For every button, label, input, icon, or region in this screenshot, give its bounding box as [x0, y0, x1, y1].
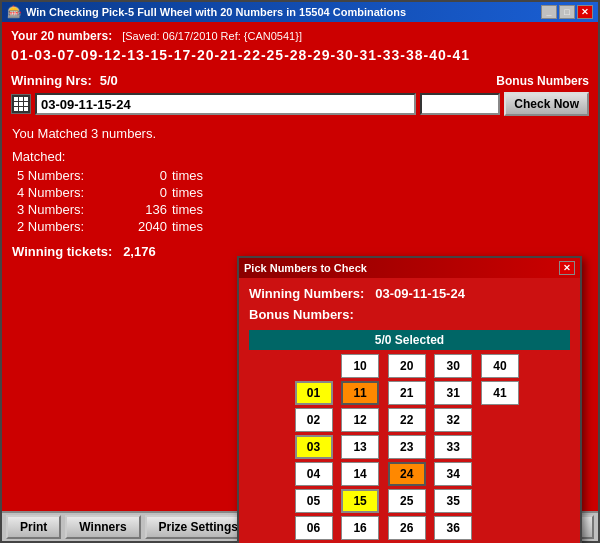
number-cell	[481, 408, 519, 432]
number-cell[interactable]: 24	[388, 462, 426, 486]
number-cell[interactable]: 13	[341, 435, 379, 459]
number-cell[interactable]: 33	[434, 435, 472, 459]
result-label: 3 Numbers:	[17, 202, 117, 217]
winning-numbers-input[interactable]	[35, 93, 416, 115]
dialog-bonus-line: Bonus Numbers:	[249, 307, 570, 322]
results-panel: You Matched 3 numbers. Matched: 5 Number…	[7, 121, 237, 264]
number-cell[interactable]: 41	[481, 381, 519, 405]
bonus-numbers-input[interactable]	[420, 93, 500, 115]
number-cell[interactable]: 30	[434, 354, 472, 378]
number-cell	[481, 516, 519, 540]
result-row: 2 Numbers:2040times	[17, 219, 232, 234]
number-cell[interactable]: 05	[295, 489, 333, 513]
dialog-close-button[interactable]: ✕	[559, 261, 575, 275]
result-row: 4 Numbers:0times	[17, 185, 232, 200]
result-unit: times	[172, 219, 203, 234]
result-row: 5 Numbers:0times	[17, 168, 232, 183]
result-label: 2 Numbers:	[17, 219, 117, 234]
your-numbers-label: Your 20 numbers:	[11, 29, 112, 43]
prize-settings-button[interactable]: Prize Settings	[145, 515, 252, 539]
minimize-button[interactable]: _	[541, 5, 557, 19]
number-cell[interactable]: 31	[434, 381, 472, 405]
numbers-line: 01-03-07-09-12-13-15-17-20-21-22-25-28-2…	[7, 45, 593, 65]
number-cell	[481, 462, 519, 486]
result-value: 2040	[117, 219, 167, 234]
main-window: 🎰 Win Checking Pick-5 Full Wheel with 20…	[0, 0, 600, 543]
number-cell[interactable]: 23	[388, 435, 426, 459]
your-numbers-bar: Your 20 numbers: [Saved: 06/17/2010 Ref:…	[7, 27, 593, 45]
title-controls: _ □ ✕	[541, 5, 593, 19]
result-unit: times	[172, 185, 203, 200]
selected-count: 5/0 Selected	[249, 330, 570, 350]
grid-icon-button[interactable]	[11, 94, 31, 114]
number-cell[interactable]: 01	[295, 381, 333, 405]
result-value: 136	[117, 202, 167, 217]
winning-tickets-value: 2,176	[123, 244, 156, 259]
number-cell[interactable]: 35	[434, 489, 472, 513]
dialog-winning-label: Winning Numbers:	[249, 286, 364, 301]
matched-line: You Matched 3 numbers.	[12, 126, 232, 141]
winning-row: Winning Nrs: 5/0 Bonus Numbers	[7, 73, 593, 88]
result-value: 0	[117, 168, 167, 183]
number-cell[interactable]: 02	[295, 408, 333, 432]
window-title: Win Checking Pick-5 Full Wheel with 20 N…	[26, 6, 406, 18]
title-bar-left: 🎰 Win Checking Pick-5 Full Wheel with 20…	[7, 5, 406, 19]
winning-nrs-value: 5/0	[100, 73, 118, 88]
main-area: You Matched 3 numbers. Matched: 5 Number…	[7, 121, 593, 264]
matched-label: Matched:	[12, 149, 232, 164]
main-content: Your 20 numbers: [Saved: 06/17/2010 Ref:…	[2, 22, 598, 511]
number-cell[interactable]: 36	[434, 516, 472, 540]
number-cell[interactable]: 04	[295, 462, 333, 486]
result-row: 3 Numbers:136times	[17, 202, 232, 217]
winning-tickets-row: Winning tickets: 2,176	[12, 244, 232, 259]
result-unit: times	[172, 168, 203, 183]
close-button[interactable]: ✕	[577, 5, 593, 19]
winners-button[interactable]: Winners	[65, 515, 140, 539]
number-cell[interactable]: 10	[341, 354, 379, 378]
winning-nrs-label: Winning Nrs:	[11, 73, 92, 88]
maximize-button[interactable]: □	[559, 5, 575, 19]
number-grid: 1020304001112131410212223203132333041424…	[295, 354, 525, 543]
main-area-wrapper: You Matched 3 numbers. Matched: 5 Number…	[7, 116, 593, 506]
title-bar: 🎰 Win Checking Pick-5 Full Wheel with 20…	[2, 2, 598, 22]
dialog-title-label: Pick Numbers to Check	[244, 262, 367, 274]
print-button[interactable]: Print	[6, 515, 61, 539]
result-unit: times	[172, 202, 203, 217]
winning-tickets-label: Winning tickets:	[12, 244, 112, 259]
dialog-body: Winning Numbers: 03-09-11-15-24 Bonus Nu…	[239, 278, 580, 543]
number-cell[interactable]: 12	[341, 408, 379, 432]
dialog-winning-line: Winning Numbers: 03-09-11-15-24	[249, 286, 570, 301]
number-cell	[295, 354, 333, 378]
check-now-button[interactable]: Check Now	[504, 92, 589, 116]
number-cell[interactable]: 14	[341, 462, 379, 486]
number-cell[interactable]: 22	[388, 408, 426, 432]
number-cell[interactable]: 40	[481, 354, 519, 378]
number-cell[interactable]: 03	[295, 435, 333, 459]
number-cell[interactable]: 21	[388, 381, 426, 405]
app-icon: 🎰	[7, 5, 22, 19]
number-cell[interactable]: 26	[388, 516, 426, 540]
number-cell	[481, 435, 519, 459]
saved-ref: [Saved: 06/17/2010 Ref: {CAN0541}]	[122, 30, 302, 42]
input-row: Check Now	[7, 92, 593, 116]
pick-numbers-dialog: Pick Numbers to Check ✕ Winning Numbers:…	[237, 256, 582, 543]
dialog-winning-value: 03-09-11-15-24	[375, 286, 465, 301]
number-cell	[481, 489, 519, 513]
result-label: 5 Numbers:	[17, 168, 117, 183]
result-value: 0	[117, 185, 167, 200]
bonus-numbers-label: Bonus Numbers	[496, 74, 589, 88]
number-cell[interactable]: 20	[388, 354, 426, 378]
result-label: 4 Numbers:	[17, 185, 117, 200]
number-cell[interactable]: 25	[388, 489, 426, 513]
dialog-title-bar: Pick Numbers to Check ✕	[239, 258, 580, 278]
grid-icon-inner	[14, 97, 28, 111]
number-cell[interactable]: 06	[295, 516, 333, 540]
number-cell[interactable]: 16	[341, 516, 379, 540]
number-cell[interactable]: 34	[434, 462, 472, 486]
number-cell[interactable]: 15	[341, 489, 379, 513]
number-cell[interactable]: 32	[434, 408, 472, 432]
results-table: 5 Numbers:0times4 Numbers:0times3 Number…	[17, 168, 232, 234]
number-cell[interactable]: 11	[341, 381, 379, 405]
